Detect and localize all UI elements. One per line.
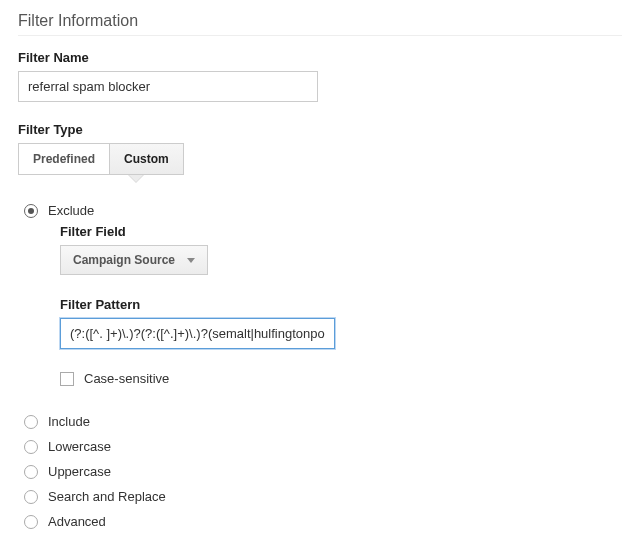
filter-name-label: Filter Name [18, 50, 604, 65]
filter-pattern-input[interactable] [60, 318, 335, 349]
radio-label: Include [48, 414, 90, 429]
radio-icon [24, 204, 38, 218]
radio-label: Advanced [48, 514, 106, 529]
filter-field-select[interactable]: Campaign Source [60, 245, 208, 275]
active-tab-caret-icon [128, 175, 144, 183]
radio-icon [24, 515, 38, 529]
radio-exclude[interactable]: Exclude [24, 203, 604, 218]
radio-icon [24, 440, 38, 454]
radio-label: Lowercase [48, 439, 111, 454]
filter-pattern-label: Filter Pattern [60, 297, 604, 312]
radio-lowercase[interactable]: Lowercase [24, 439, 604, 454]
filter-field-value: Campaign Source [73, 253, 175, 267]
tab-predefined[interactable]: Predefined [18, 143, 110, 175]
radio-label: Uppercase [48, 464, 111, 479]
radio-icon [24, 490, 38, 504]
radio-uppercase[interactable]: Uppercase [24, 464, 604, 479]
filter-field-label: Filter Field [60, 224, 604, 239]
filter-type-tabs: Predefined Custom [18, 143, 604, 175]
radio-icon [24, 465, 38, 479]
radio-label: Exclude [48, 203, 94, 218]
case-sensitive-label: Case-sensitive [84, 371, 169, 386]
filter-type-label: Filter Type [18, 122, 604, 137]
checkbox-icon [60, 372, 74, 386]
filter-name-input[interactable] [18, 71, 318, 102]
radio-icon [24, 415, 38, 429]
section-title: Filter Information [18, 12, 604, 36]
radio-search-replace[interactable]: Search and Replace [24, 489, 604, 504]
radio-label: Search and Replace [48, 489, 166, 504]
case-sensitive-checkbox[interactable]: Case-sensitive [60, 371, 604, 386]
tab-custom[interactable]: Custom [110, 143, 184, 175]
chevron-down-icon [187, 258, 195, 263]
radio-advanced[interactable]: Advanced [24, 514, 604, 529]
radio-include[interactable]: Include [24, 414, 604, 429]
